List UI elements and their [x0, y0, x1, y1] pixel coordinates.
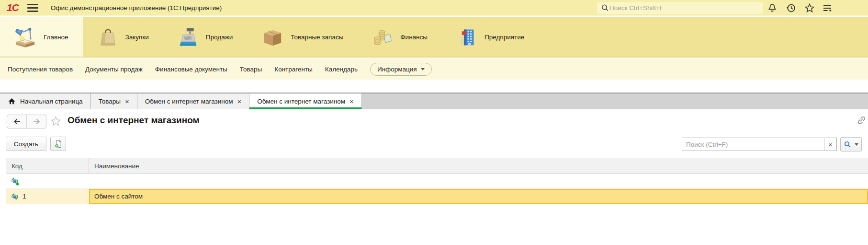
section-predpriyatie[interactable]: Предприятие — [442, 17, 539, 57]
forward-button[interactable] — [26, 115, 46, 128]
name-cell-focused[interactable]: Обмен с сайтом — [89, 189, 868, 204]
tab-obmen-2-active[interactable]: Обмен с интернет магазином × — [249, 93, 361, 109]
coins-icon — [372, 26, 394, 48]
navlink-tovary[interactable]: Товары — [240, 66, 262, 73]
section-label: Финансы — [400, 34, 428, 41]
list-search: × — [682, 138, 837, 151]
information-dropdown-label: Информация — [377, 66, 417, 73]
tab-home[interactable]: Начальная страница — [0, 93, 91, 109]
section-zakupki[interactable]: Закупки — [83, 17, 163, 57]
building-icon — [456, 26, 478, 48]
name-value: Обмен с сайтом — [94, 193, 143, 200]
home-icon — [8, 97, 16, 105]
get-link-icon[interactable] — [856, 115, 867, 126]
tab-label: Начальная страница — [20, 98, 83, 105]
section-glavnoe[interactable]: Главное — [0, 17, 83, 57]
global-search[interactable] — [597, 2, 763, 14]
table-header-row: Код Наименование — [6, 158, 868, 174]
search-icon — [601, 3, 609, 12]
tab-label: Обмен с интернет магазином — [257, 98, 345, 105]
history-icon[interactable] — [785, 2, 797, 14]
table-row-selected[interactable]: 1 Обмен с сайтом — [6, 189, 868, 204]
create-by-copy-button[interactable] — [50, 137, 66, 151]
main-menu-icon[interactable] — [27, 4, 38, 12]
close-icon[interactable]: × — [125, 98, 129, 105]
name-cell[interactable] — [89, 174, 868, 188]
exchange-nodes-table: Код Наименование — [6, 158, 868, 236]
tab-obmen-1[interactable]: Обмен с интернет магазином × — [137, 93, 249, 109]
document-plus-icon — [54, 140, 63, 149]
section-label: Предприятие — [485, 34, 524, 41]
section-label: Закупки — [125, 34, 149, 41]
history-nav-buttons — [7, 115, 46, 128]
section-label: Главное — [44, 34, 68, 41]
code-value: 1 — [23, 193, 26, 200]
list-search-input[interactable] — [682, 138, 824, 151]
cash-register-icon — [178, 26, 199, 48]
exchange-node-predefined-icon — [11, 177, 19, 186]
code-cell[interactable]: 1 — [6, 189, 89, 204]
section-tovarnye-zapasy[interactable]: Товарные запасы — [247, 17, 358, 57]
chevron-down-icon — [421, 68, 425, 70]
tab-bar: Начальная страница Товары × Обмен с инте… — [0, 93, 868, 109]
navigation-panel: Поступления товаров Документы продаж Фин… — [0, 58, 868, 80]
code-cell[interactable] — [6, 174, 89, 188]
section-finansy[interactable]: Финансы — [358, 17, 442, 57]
shopping-bag-icon — [97, 26, 119, 48]
tab-tovary[interactable]: Товары × — [91, 93, 137, 109]
navlink-kalendar[interactable]: Календарь — [325, 66, 358, 73]
back-button[interactable] — [7, 115, 26, 128]
create-button[interactable]: Создать — [6, 137, 46, 151]
section-label: Товарные запасы — [291, 34, 343, 41]
search-icon — [844, 140, 852, 149]
section-label: Продажи — [206, 34, 233, 41]
section-prodazhi[interactable]: Продажи — [163, 17, 247, 57]
window-titlebar: 1С Офис демонстрационное приложение (1С:… — [0, 0, 868, 16]
tab-label: Товары — [99, 98, 121, 105]
bell-icon[interactable] — [767, 2, 778, 14]
search-button[interactable] — [840, 137, 862, 152]
global-search-input[interactable] — [609, 4, 759, 12]
arrow-left-icon — [12, 117, 22, 126]
information-dropdown-button[interactable]: Информация — [370, 63, 432, 76]
section-panel: Главное Закупки Продажи — [0, 17, 868, 58]
close-icon[interactable]: × — [237, 98, 242, 105]
navlink-kontragenty[interactable]: Контрагенты — [274, 66, 313, 73]
clear-search-icon[interactable]: × — [824, 138, 836, 151]
table-row[interactable] — [6, 174, 868, 189]
close-icon[interactable]: × — [349, 98, 354, 105]
column-header-name[interactable]: Наименование — [89, 158, 868, 174]
window-title: Офис демонстрационное приложение (1С:Пре… — [51, 4, 222, 12]
1c-logo: 1С — [7, 2, 19, 13]
tab-label: Обмен с интернет магазином — [145, 98, 233, 105]
menu-lines-icon[interactable] — [822, 2, 833, 14]
navlink-postupleniya-tovarov[interactable]: Поступления товаров — [8, 66, 73, 73]
box-icon — [261, 26, 284, 48]
navlink-finansovye-dokumenty[interactable]: Финансовые документы — [155, 66, 227, 73]
column-header-code[interactable]: Код — [6, 158, 89, 174]
star-icon[interactable] — [804, 2, 815, 14]
exchange-node-icon — [11, 192, 19, 201]
chevron-down-icon — [855, 143, 858, 146]
lamp-icon — [14, 26, 37, 48]
page-title: Обмен с интернет магазином — [68, 115, 200, 126]
navlink-dokumenty-prodazh[interactable]: Документы продаж — [85, 66, 143, 73]
1c-application-window: 1С Офис демонстрационное приложение (1С:… — [0, 0, 868, 245]
arrow-right-icon — [32, 117, 41, 126]
favorite-star-icon[interactable] — [50, 116, 62, 127]
